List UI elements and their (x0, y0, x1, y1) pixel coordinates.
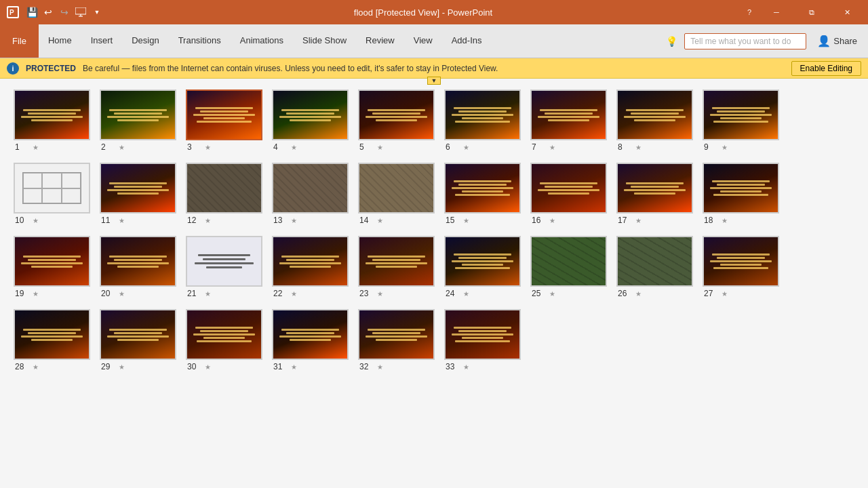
slide-thumb-13[interactable] (272, 163, 349, 214)
slide-item-33[interactable]: 33★ (444, 309, 529, 371)
slide-star-13[interactable]: ★ (291, 217, 297, 224)
slide-item-6[interactable]: 6★ (444, 89, 529, 152)
slide-item-29[interactable]: 29★ (100, 309, 184, 371)
slide-star-15[interactable]: ★ (463, 217, 469, 224)
slide-star-2[interactable]: ★ (119, 144, 125, 151)
slide-thumb-32[interactable] (358, 309, 435, 360)
slide-item-24[interactable]: 24★ (444, 236, 529, 298)
slide-thumb-21[interactable] (186, 236, 262, 287)
slide-star-22[interactable]: ★ (291, 290, 297, 298)
presentation-icon[interactable] (73, 5, 88, 20)
slide-item-11[interactable]: 11★ (100, 163, 184, 225)
slide-star-1[interactable]: ★ (33, 144, 39, 151)
slide-item-19[interactable]: 19★ (14, 236, 98, 298)
slide-star-12[interactable]: ★ (205, 217, 211, 224)
slide-star-11[interactable]: ★ (119, 217, 125, 224)
slide-thumb-25[interactable] (530, 236, 607, 287)
tab-transitions[interactable]: Transitions (169, 24, 231, 58)
slide-item-3[interactable]: 3★ (186, 89, 271, 152)
slide-star-27[interactable]: ★ (722, 290, 728, 298)
slide-star-5[interactable]: ★ (377, 144, 383, 151)
slide-star-6[interactable]: ★ (463, 144, 469, 151)
slide-item-2[interactable]: 2★ (100, 89, 184, 152)
slide-thumb-6[interactable] (444, 89, 521, 140)
slide-item-22[interactable]: 22★ (272, 236, 357, 298)
slide-thumb-29[interactable] (100, 309, 176, 360)
tab-file[interactable]: File (0, 24, 39, 58)
slide-star-33[interactable]: ★ (463, 363, 469, 371)
slide-star-26[interactable]: ★ (635, 290, 642, 298)
tab-slideshow[interactable]: Slide Show (293, 24, 356, 58)
tab-insert[interactable]: Insert (81, 24, 123, 58)
slide-thumb-16[interactable] (530, 163, 607, 214)
slide-star-7[interactable]: ★ (549, 144, 555, 151)
slide-item-4[interactable]: 4★ (272, 89, 357, 152)
slide-thumb-11[interactable] (100, 163, 176, 214)
slide-star-16[interactable]: ★ (549, 217, 555, 224)
slide-item-31[interactable]: 31★ (272, 309, 357, 371)
slide-item-30[interactable]: 30★ (186, 309, 271, 371)
slide-thumb-31[interactable] (272, 309, 349, 360)
slide-thumb-19[interactable] (14, 236, 90, 287)
slide-thumb-3[interactable] (186, 89, 262, 140)
slide-thumb-33[interactable] (444, 309, 521, 360)
slide-star-32[interactable]: ★ (377, 363, 383, 371)
slide-item-9[interactable]: 9★ (703, 89, 787, 152)
slide-thumb-4[interactable] (272, 89, 349, 140)
tab-addins[interactable]: Add-Ins (442, 24, 492, 58)
slide-thumb-12[interactable] (186, 163, 262, 214)
slide-star-29[interactable]: ★ (119, 363, 125, 371)
undo-icon[interactable]: ↩ (41, 5, 56, 20)
restore-button[interactable]: ⧉ (796, 0, 827, 24)
slide-star-8[interactable]: ★ (635, 144, 642, 151)
tab-view[interactable]: View (404, 24, 442, 58)
slide-item-18[interactable]: 18★ (703, 163, 787, 225)
slide-thumb-24[interactable] (444, 236, 521, 287)
slide-item-5[interactable]: 5★ (358, 89, 443, 152)
close-button[interactable]: ✕ (831, 0, 863, 24)
slide-thumb-30[interactable] (186, 309, 262, 360)
share-button[interactable]: 👤 Share (812, 35, 863, 47)
tab-home[interactable]: Home (39, 24, 81, 58)
slide-item-23[interactable]: 23★ (358, 236, 443, 298)
slide-thumb-17[interactable] (616, 163, 693, 214)
slide-item-7[interactable]: 7★ (530, 89, 615, 152)
slide-star-24[interactable]: ★ (463, 290, 469, 298)
slide-star-31[interactable]: ★ (291, 363, 297, 371)
slide-thumb-8[interactable] (616, 89, 693, 140)
dropdown-arrow-icon[interactable]: ▼ (90, 5, 104, 20)
slide-thumb-15[interactable] (444, 163, 521, 214)
slide-thumb-1[interactable] (14, 89, 90, 140)
slide-item-20[interactable]: 20★ (100, 236, 184, 298)
slide-item-10[interactable]: 10★ (14, 163, 98, 225)
slide-thumb-26[interactable] (616, 236, 693, 287)
slide-thumb-27[interactable] (703, 236, 779, 287)
tab-animations[interactable]: Animations (231, 24, 293, 58)
minimize-button[interactable]: ─ (761, 0, 792, 24)
slide-star-30[interactable]: ★ (205, 363, 211, 371)
slide-star-20[interactable]: ★ (119, 290, 125, 298)
slide-star-4[interactable]: ★ (291, 144, 297, 151)
save-icon[interactable]: 💾 (24, 5, 39, 20)
slide-thumb-5[interactable] (358, 89, 435, 140)
slide-item-17[interactable]: 17★ (616, 163, 701, 225)
slide-item-21[interactable]: 21★ (186, 236, 271, 298)
slide-thumb-14[interactable] (358, 163, 435, 214)
slide-thumb-7[interactable] (530, 89, 607, 140)
slide-item-1[interactable]: 1★ (14, 89, 98, 152)
slide-item-15[interactable]: 15★ (444, 163, 529, 225)
slide-star-14[interactable]: ★ (377, 217, 383, 224)
help-icon[interactable]: ? (742, 5, 757, 20)
slide-thumb-2[interactable] (100, 89, 176, 140)
slide-item-27[interactable]: 27★ (703, 236, 787, 298)
slide-item-32[interactable]: 32★ (358, 309, 443, 371)
tab-design[interactable]: Design (122, 24, 168, 58)
slide-item-12[interactable]: 12★ (186, 163, 271, 225)
search-box[interactable]: Tell me what you want to do (684, 33, 806, 49)
slide-star-28[interactable]: ★ (33, 363, 39, 371)
slide-star-3[interactable]: ★ (205, 144, 211, 151)
slide-thumb-28[interactable] (14, 309, 90, 360)
slide-star-9[interactable]: ★ (722, 144, 728, 151)
slide-item-28[interactable]: 28★ (14, 309, 98, 371)
slide-star-25[interactable]: ★ (549, 290, 555, 298)
